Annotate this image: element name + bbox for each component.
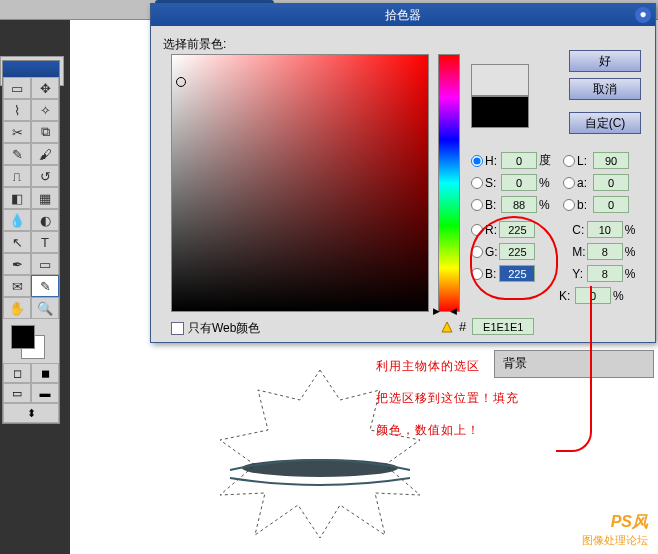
zoom-tool[interactable]: 🔍 bbox=[31, 297, 59, 319]
watermark-sub: 图像处理论坛 bbox=[582, 533, 648, 548]
radio-b[interactable] bbox=[563, 199, 575, 211]
custom-button[interactable]: 自定(C) bbox=[569, 112, 641, 134]
label-k: K: bbox=[559, 289, 575, 303]
unit-s: % bbox=[539, 176, 557, 190]
label-c: C: bbox=[572, 223, 586, 237]
picker-titlebar[interactable]: 拾色器 ● bbox=[151, 4, 655, 26]
input-bv[interactable] bbox=[501, 196, 537, 213]
jump-to[interactable]: ⬍ bbox=[3, 403, 59, 423]
dodge-tool[interactable]: ◐ bbox=[31, 209, 59, 231]
hex-input[interactable] bbox=[472, 318, 534, 335]
color-field-cursor[interactable] bbox=[176, 77, 186, 87]
close-icon[interactable]: ● bbox=[635, 7, 651, 23]
annot-line2: 把选区移到这位置！填充 bbox=[376, 382, 519, 414]
web-only-checkbox[interactable] bbox=[171, 322, 184, 335]
input-s[interactable] bbox=[501, 174, 537, 191]
move-tool[interactable]: ✥ bbox=[31, 77, 59, 99]
radio-bb[interactable] bbox=[471, 268, 483, 280]
svg-marker-1 bbox=[442, 322, 452, 332]
hue-slider-thumb[interactable]: ▶ ◀ bbox=[433, 306, 465, 314]
hue-slider[interactable] bbox=[438, 54, 460, 312]
pen-tool[interactable]: ✒ bbox=[3, 253, 31, 275]
label-a: a: bbox=[577, 176, 593, 190]
unit-m: % bbox=[625, 245, 641, 259]
hex-row: # bbox=[441, 318, 534, 335]
swatch-area bbox=[3, 319, 59, 363]
type-tool[interactable]: T bbox=[31, 231, 59, 253]
radio-r[interactable] bbox=[471, 224, 483, 236]
cancel-button[interactable]: 取消 bbox=[569, 78, 641, 100]
eraser-tool[interactable]: ◧ bbox=[3, 187, 31, 209]
color-picker-dialog: 拾色器 ● 选择前景色: ▶ ◀ 好 取消 自定(C) H:度 L: S:% a… bbox=[150, 3, 656, 343]
wand-tool[interactable]: ✧ bbox=[31, 99, 59, 121]
unit-y: % bbox=[625, 267, 641, 281]
annotation-text: 利用主物体的选区 把选区移到这位置！填充 颜色，数值如上！ bbox=[376, 350, 519, 446]
path-tool[interactable]: ↖ bbox=[3, 231, 31, 253]
toolbox-header[interactable] bbox=[3, 61, 59, 77]
shape-tool[interactable]: ▭ bbox=[31, 253, 59, 275]
unit-h: 度 bbox=[539, 152, 557, 169]
eyedropper-tool[interactable]: ✎ bbox=[31, 275, 59, 297]
screen-mode-2[interactable]: ▬ bbox=[31, 383, 59, 403]
web-only-label: 只有Web颜色 bbox=[188, 320, 260, 337]
heal-tool[interactable]: ✎ bbox=[3, 143, 31, 165]
input-b[interactable] bbox=[593, 196, 629, 213]
color-field[interactable] bbox=[171, 54, 429, 312]
input-h[interactable] bbox=[501, 152, 537, 169]
input-g[interactable] bbox=[499, 243, 535, 260]
annot-line3: 颜色，数值如上！ bbox=[376, 414, 519, 446]
radio-g[interactable] bbox=[471, 246, 483, 258]
foreground-swatch[interactable] bbox=[11, 325, 35, 349]
new-color-swatch[interactable] bbox=[471, 64, 529, 96]
annot-line1: 利用主物体的选区 bbox=[376, 350, 519, 382]
label-m: M: bbox=[572, 245, 586, 259]
ok-button[interactable]: 好 bbox=[569, 50, 641, 72]
stamp-tool[interactable]: ⎍ bbox=[3, 165, 31, 187]
input-l[interactable] bbox=[593, 152, 629, 169]
radio-s[interactable] bbox=[471, 177, 483, 189]
gradient-tool[interactable]: ▦ bbox=[31, 187, 59, 209]
lasso-tool[interactable]: ⌇ bbox=[3, 99, 31, 121]
input-y[interactable] bbox=[587, 265, 623, 282]
radio-l[interactable] bbox=[563, 155, 575, 167]
input-m[interactable] bbox=[587, 243, 623, 260]
svg-point-0 bbox=[242, 459, 398, 477]
label-b: b: bbox=[577, 198, 593, 212]
history-brush-tool[interactable]: ↺ bbox=[31, 165, 59, 187]
label-s: S: bbox=[485, 176, 501, 190]
label-y: Y: bbox=[572, 267, 586, 281]
toolbox: ▭✥ ⌇✧ ✂⧉ ✎🖌 ⎍↺ ◧▦ 💧◐ ↖T ✒▭ ✉✎ ✋🔍 ◻◼ ▭▬ ⬍ bbox=[2, 60, 60, 424]
warning-icon[interactable] bbox=[441, 321, 453, 333]
input-r[interactable] bbox=[499, 221, 535, 238]
watermark-logo: PS风 bbox=[582, 512, 648, 533]
blur-tool[interactable]: 💧 bbox=[3, 209, 31, 231]
slice-tool[interactable]: ⧉ bbox=[31, 121, 59, 143]
picker-title-text: 拾色器 bbox=[385, 7, 421, 24]
screen-mode-1[interactable]: ▭ bbox=[3, 383, 31, 403]
color-fields: H:度 L: S:% a: B:% b: R: C:% G: M:% B: Y:… bbox=[471, 152, 647, 309]
label-g: G: bbox=[485, 245, 499, 259]
radio-bv[interactable] bbox=[471, 199, 483, 211]
current-color-swatch[interactable] bbox=[471, 96, 529, 128]
web-only-row: 只有Web颜色 bbox=[171, 320, 260, 337]
quickmask-mode[interactable]: ◼ bbox=[31, 363, 59, 383]
unit-c: % bbox=[625, 223, 641, 237]
notes-tool[interactable]: ✉ bbox=[3, 275, 31, 297]
unit-k: % bbox=[613, 289, 631, 303]
input-bb[interactable] bbox=[499, 265, 535, 282]
input-a[interactable] bbox=[593, 174, 629, 191]
label-h: H: bbox=[485, 154, 501, 168]
brush-tool[interactable]: 🖌 bbox=[31, 143, 59, 165]
watermark: PS风 图像处理论坛 bbox=[582, 512, 648, 548]
crop-tool[interactable]: ✂ bbox=[3, 121, 31, 143]
marquee-tool[interactable]: ▭ bbox=[3, 77, 31, 99]
input-k[interactable] bbox=[575, 287, 611, 304]
label-l: L: bbox=[577, 154, 593, 168]
radio-h[interactable] bbox=[471, 155, 483, 167]
hand-tool[interactable]: ✋ bbox=[3, 297, 31, 319]
unit-bv: % bbox=[539, 198, 557, 212]
input-c[interactable] bbox=[587, 221, 623, 238]
label-r: R: bbox=[485, 223, 499, 237]
standard-mode[interactable]: ◻ bbox=[3, 363, 31, 383]
radio-a[interactable] bbox=[563, 177, 575, 189]
